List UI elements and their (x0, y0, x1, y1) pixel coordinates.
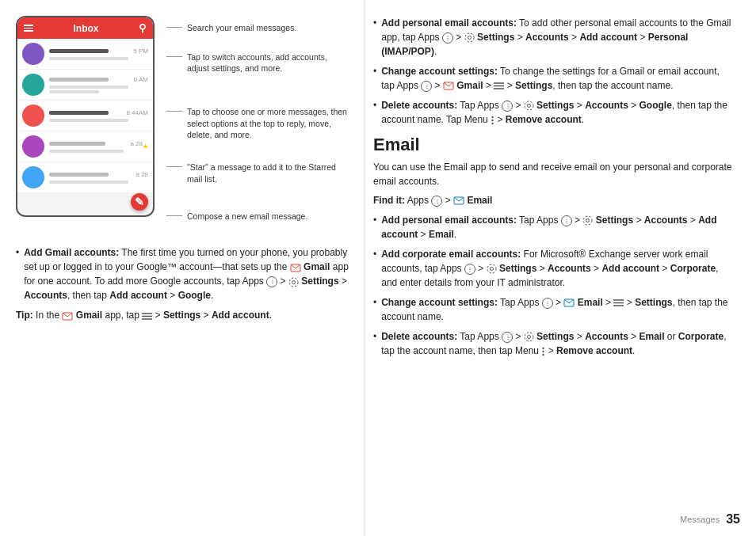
bullet-dot-2: • (373, 64, 376, 93)
gmail-accounts-section: • Add Gmail accounts: The first time you… (16, 245, 349, 302)
bullet-dot-3: • (373, 98, 376, 127)
bullet-email-personal: • Add personal email accounts: Tap Apps … (373, 213, 732, 241)
apps-icon-r3: ⋮ (502, 101, 513, 112)
email-content-5: a 28 (49, 171, 148, 184)
change-settings-heading: Change account settings: (381, 66, 498, 77)
apps-icon-r1: ⋮ (442, 32, 453, 44)
avatar-3 (22, 105, 44, 127)
search-icon[interactable]: ⚲ (139, 22, 147, 34)
settings-e3: Settings (635, 297, 672, 308)
settings-icon-e4 (524, 332, 534, 342)
remove-account-e4: Remove account (556, 345, 632, 356)
bullet-text-email-change: Change account settings: Tap Apps ⋮ > Em… (381, 295, 732, 324)
email-time-5: a 28 (136, 171, 148, 178)
three-dots-r3 (491, 116, 494, 125)
settings-icon-e1 (582, 215, 593, 226)
accounts-e2: Accounts (548, 263, 591, 274)
svg-point-13 (527, 105, 530, 108)
svg-point-14 (525, 101, 533, 110)
bullet-text-email-delete: Delete accounts: Tap Apps ⋮ > Settings >… (381, 329, 732, 358)
email-item-1[interactable]: 5 PM (17, 39, 153, 70)
left-content: • Add Gmail accounts: The first time you… (16, 245, 349, 322)
settings-label-1: Settings (301, 276, 338, 287)
bullet-dot-e1: • (373, 213, 376, 241)
sender-bar-4 (49, 142, 105, 146)
three-dots-e4 (541, 347, 545, 356)
avatar-5 (22, 166, 44, 188)
email-section-title: Email (373, 135, 732, 155)
svg-point-21 (490, 268, 493, 271)
svg-point-16 (491, 120, 493, 121)
email-item-5[interactable]: a 28 (17, 162, 153, 193)
left-panel: Inbox ⚲ 5 PM (0, 0, 365, 536)
email-app-label: Email (467, 195, 492, 206)
email-item-3[interactable]: 8:44AM (17, 101, 153, 131)
email-content-3: 8:44AM (49, 109, 148, 122)
delete-accounts-heading: Delete accounts: (381, 100, 457, 111)
settings-r3: Settings (536, 100, 574, 111)
corporate-e2: Corporate (670, 263, 716, 274)
svg-point-8 (465, 33, 474, 42)
menu-icon-tip (142, 312, 152, 321)
apps-icon-1: ⋮ (266, 276, 277, 287)
gmail-label-tip: Gmail (76, 310, 102, 321)
avatar-1 (22, 43, 44, 65)
inbox-title: Inbox (74, 23, 99, 34)
svg-point-30 (543, 350, 544, 352)
settings-r2: Settings (515, 80, 552, 91)
phone-mockup: Inbox ⚲ 5 PM (16, 16, 155, 217)
email-item-4[interactable]: a 28 (17, 131, 153, 162)
remove-account-r3: Remove account (506, 114, 582, 125)
page-number: 35 (726, 512, 740, 526)
accounts-e1: Accounts (644, 215, 688, 226)
callout-4: "Star" a message to add it to the Starre… (166, 162, 349, 184)
apps-icon-e2: ⋮ (464, 264, 475, 275)
email-change-heading: Change account settings: (381, 297, 498, 308)
bullet-text-add-personal: Add personal email accounts: To add othe… (381, 16, 732, 59)
gmail-icon-r2 (443, 82, 454, 90)
tip-label: Tip: (16, 310, 33, 321)
accounts-label-1: Accounts (24, 290, 67, 301)
settings-icon-r3 (524, 101, 534, 111)
settings-e2: Settings (499, 263, 536, 274)
apps-icon-r2: ⋮ (421, 81, 432, 92)
settings-icon-e2 (487, 264, 497, 274)
bullet-change-settings: • Change account settings: To change the… (373, 64, 732, 93)
svg-point-2 (289, 278, 298, 287)
bullet-text-delete-accounts: Delete accounts: Tap Apps ⋮ > Settings >… (381, 98, 732, 127)
callout-line-3 (166, 111, 182, 112)
phone-mockup-container: Inbox ⚲ 5 PM (16, 16, 349, 231)
apps-icon-e4: ⋮ (502, 332, 513, 343)
gmail-label: Gmail (304, 261, 330, 272)
callout-line-5 (166, 215, 182, 216)
bullet-add-personal: • Add personal email accounts: To add ot… (373, 16, 732, 59)
email-corporate-heading: Add corporate email accounts: (381, 249, 521, 260)
email-item-2[interactable]: 0 AM (17, 70, 153, 101)
email-e3: Email (578, 297, 603, 308)
svg-point-19 (586, 219, 590, 222)
subject-bar-2 (49, 86, 128, 89)
star-icon[interactable] (143, 144, 148, 150)
email-time-4: a 28 (130, 140, 143, 147)
accounts-e4: Accounts (585, 331, 628, 342)
callout-text-5: Compose a new email message. (187, 211, 307, 222)
subject-bar-3 (49, 119, 128, 122)
email-delete-heading: Delete accounts: (381, 331, 457, 342)
callout-line-4 (166, 166, 182, 167)
email-app-icon (453, 196, 464, 205)
settings-r1: Settings (477, 32, 514, 43)
svg-point-1 (292, 280, 295, 283)
email-e1: Email (429, 229, 454, 240)
find-it-line: Find it: Apps ⋮ > Email (373, 195, 732, 207)
email-icon-e3 (563, 298, 575, 307)
compose-fab[interactable]: ✎ (131, 193, 148, 211)
svg-point-27 (527, 336, 530, 339)
gmail-icon (290, 264, 301, 272)
tip-line: Tip: In the Gmail app, tap > Settings > … (16, 308, 349, 322)
settings-label-tip: Settings (163, 310, 200, 321)
hamburger-icon[interactable] (24, 25, 33, 32)
email-list: 5 PM 0 AM (17, 39, 153, 193)
page-footer: Messages 35 (680, 512, 740, 526)
subject-bar-1 (49, 57, 128, 60)
bullet-email-change: • Change account settings: Tap Apps ⋮ > … (373, 295, 732, 324)
